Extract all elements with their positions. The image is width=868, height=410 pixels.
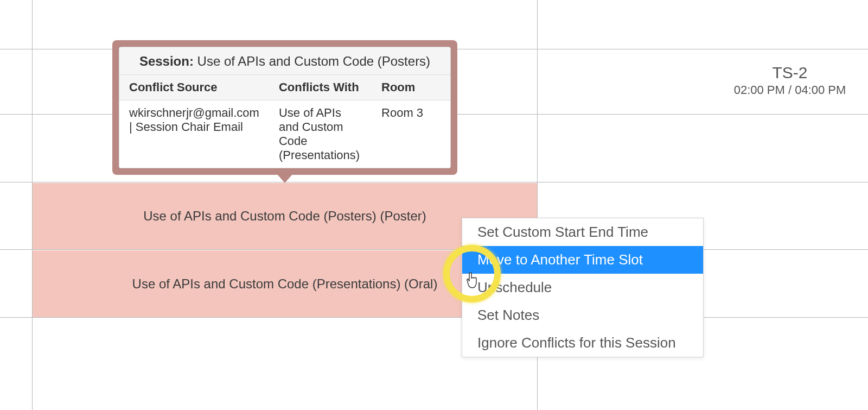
- timeslot-time: 02:00 PM / 04:00 PM: [538, 83, 868, 98]
- table-header-row: Conflict Source Conflicts With Room: [119, 75, 450, 100]
- timeslot-code: TS-2: [538, 63, 868, 83]
- table-row: wkirschnerjr@gmail.com | Session Chair E…: [119, 100, 450, 168]
- session-context-menu: Set Custom Start End Time Move to Anothe…: [462, 218, 704, 357]
- menu-set-notes[interactable]: Set Notes: [462, 301, 703, 329]
- tooltip-arrow-icon: [277, 174, 292, 183]
- col-room: Room: [372, 75, 450, 100]
- menu-move-timeslot[interactable]: Move to Another Time Slot: [462, 246, 703, 274]
- col-conflict-source: Conflict Source: [119, 75, 269, 100]
- conflict-table: Conflict Source Conflicts With Room wkir…: [119, 74, 450, 168]
- cell-conflict-source: wkirschnerjr@gmail.com | Session Chair E…: [119, 100, 269, 168]
- conflict-tooltip: Session: Use of APIs and Custom Code (Po…: [112, 40, 457, 183]
- timeslot-ts2[interactable]: TS-2 02:00 PM / 04:00 PM: [538, 63, 868, 98]
- grid-line: [0, 317, 868, 318]
- cell-room: Room 3: [372, 100, 450, 168]
- cell-conflicts-with: Use of APIs and Custom Code (Presentatio…: [269, 100, 372, 168]
- tooltip-title-value: Use of APIs and Custom Code (Posters): [197, 54, 431, 68]
- menu-unschedule[interactable]: Unschedule: [462, 274, 703, 301]
- menu-ignore-conflicts[interactable]: Ignore Conflicts for this Session: [462, 329, 703, 357]
- menu-set-custom-time[interactable]: Set Custom Start End Time: [462, 218, 703, 246]
- tooltip-title-label: Session:: [139, 54, 194, 68]
- col-conflicts-with: Conflicts With: [269, 75, 372, 100]
- session-label: Use of APIs and Custom Code (Presentatio…: [132, 276, 438, 292]
- session-label: Use of APIs and Custom Code (Posters) (P…: [143, 209, 426, 224]
- tooltip-title: Session: Use of APIs and Custom Code (Po…: [119, 47, 450, 74]
